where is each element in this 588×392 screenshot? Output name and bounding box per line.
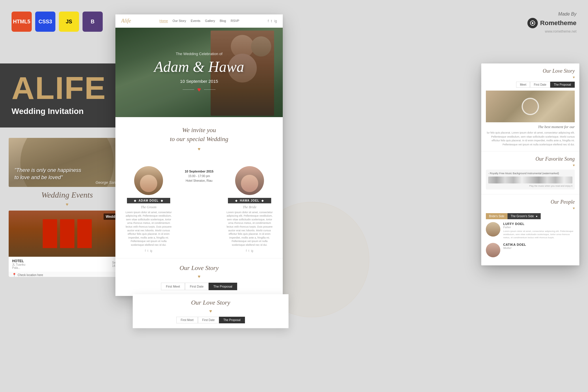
groom-name: ADAM DOEL <box>138 199 158 202</box>
nav-link-rsvp[interactable]: RSVP <box>231 19 239 23</box>
hero-heart: ♥ <box>197 86 201 93</box>
groom-avatar <box>134 166 163 195</box>
our-people-heart: ♥ <box>486 206 575 210</box>
nav-link-home[interactable]: Home <box>160 19 168 23</box>
door-3 <box>77 219 92 248</box>
tab-grooms-side[interactable]: The Groom's Side ● <box>508 213 541 219</box>
venue-hotel: HOTEL <box>12 259 25 263</box>
invite-heart: ♥ <box>121 147 277 152</box>
groom-instagram[interactable]: ig <box>150 249 152 252</box>
groom-card: ◆ ADAM DOEL ◆ The Groom Lorem ipsum dolo… <box>121 166 176 252</box>
person-catika: CATIKA DOEL Mother <box>486 243 575 257</box>
venue-location-bar[interactable]: 📍 Check location here <box>9 272 126 277</box>
hero-overlay: The Wedding Celebration of Adam & Hawa 1… <box>115 28 283 117</box>
bride-bio: Lorem ipsum dolor sit amet, consectetur … <box>222 211 277 247</box>
quote-text: "There is only one happinessto love and … <box>14 167 81 181</box>
location-icon: 📍 <box>12 273 16 277</box>
facebook-icon[interactable]: f <box>268 19 269 23</box>
groom-facebook[interactable]: f <box>145 249 146 252</box>
right-story-body: lur felo quis placerat. Lorem ipsum dolo… <box>486 131 575 147</box>
hero-subtitle: The Wedding Celebration of <box>176 52 222 56</box>
wedding-info-center: 10 September 2015 15:00 - 17:00 pm Hotel… <box>176 166 222 186</box>
song-title: - Royalty Free Music Background Instrume… <box>488 172 572 175</box>
right-love-story-tabs[interactable]: Meet First Date The Proposal <box>486 82 575 88</box>
brand-icon <box>527 18 538 28</box>
bottom-love-story-tabs[interactable]: First Meet First Date The Proposal <box>137 317 284 323</box>
groom-role: The Groom <box>121 205 176 209</box>
hero-line-right <box>204 89 216 90</box>
right-love-story-heart: ♥ <box>486 75 575 79</box>
right-tab-meet[interactable]: Meet <box>516 82 530 88</box>
venue-card: Wedding HOTEL JL TuankuPala... Septem14 … <box>9 211 126 277</box>
song-play-hint: Play the music when you read and enjoy i… <box>488 185 572 187</box>
right-tab-proposal[interactable]: The Proposal <box>550 82 575 88</box>
brand-label: Rometheme <box>540 19 576 27</box>
bootstrap-logo: B <box>83 12 103 32</box>
luffy-avatar <box>486 222 500 237</box>
right-story-photo <box>486 91 575 122</box>
song-player[interactable]: - Royalty Free Music Background Instrume… <box>486 170 575 190</box>
bride-role: The Bride <box>222 205 277 209</box>
bottom-tab-the-proposal[interactable]: The Proposal <box>219 317 245 323</box>
alife-subtitle: Wedding Invitation <box>12 107 110 116</box>
venue-photo: Wedding <box>9 211 126 257</box>
main-screenshot: Alife Home Our Story Events Gallery Blog… <box>115 14 283 296</box>
love-story-heart: ♥ <box>121 274 277 279</box>
groom-bio: Lorem ipsum dolor sit amet, consectetur … <box>121 211 176 247</box>
bride-social: f t ig <box>222 249 277 252</box>
invite-section: We invite you to our special Wedding ♥ <box>115 117 283 163</box>
door-1 <box>43 219 57 248</box>
bride-facebook[interactable]: f <box>246 249 247 252</box>
right-tab-first-date[interactable]: First Date <box>530 82 550 88</box>
catika-name: CATIKA DOEL <box>503 243 575 246</box>
nav-link-gallery[interactable]: Gallery <box>205 19 215 23</box>
catika-avatar <box>486 243 500 257</box>
bride-instagram[interactable]: ig <box>251 249 253 252</box>
luffy-bio: Lorem ipsum dolor sit amet, consectetur … <box>503 230 575 239</box>
groom-diamond-left: ◆ <box>134 199 136 202</box>
hero-decoration: ♥ <box>183 86 215 93</box>
venue-location-label: Check location here <box>18 273 43 277</box>
nav-links[interactable]: Home Our Story Events Gallery Blog RSVP <box>160 19 239 23</box>
tab-first-date[interactable]: First Date <box>185 283 209 290</box>
css3-logo: CSS3 <box>35 12 55 32</box>
red-doors <box>43 219 92 248</box>
tab-first-meet[interactable]: First Meet <box>161 283 185 290</box>
bottom-tab-first-date[interactable]: First Date <box>198 317 219 323</box>
people-tabs[interactable]: Bride's Side The Groom's Side ● <box>486 213 575 219</box>
nav-link-blog[interactable]: Blog <box>220 19 226 23</box>
our-people-title: Our People <box>486 199 575 205</box>
bride-twitter[interactable]: t <box>248 249 249 252</box>
venue-info: HOTEL JL TuankuPala... Septem14 0... <box>9 257 126 272</box>
love-story-tabs[interactable]: First Meet First Date The Proposal <box>121 283 277 290</box>
wedding-venue: Hotel Sheraton, Riau <box>177 179 221 183</box>
song-waveform[interactable] <box>488 177 572 183</box>
bottom-love-story-title: Our Love Story <box>137 299 284 306</box>
favorite-song-heart: ♥ <box>486 163 575 167</box>
tab-brides-side[interactable]: Bride's Side <box>486 213 508 219</box>
bottom-tab-first-meet[interactable]: First Meet <box>176 317 198 323</box>
luffy-role: Father <box>503 226 575 229</box>
nav-link-events[interactable]: Events <box>191 19 201 23</box>
hero-line-left <box>183 89 194 90</box>
right-love-story: Our Love Story ♥ Meet First Date The Pro… <box>481 63 579 151</box>
luffy-name: LUFFY DOEL <box>503 222 575 226</box>
events-heart: ♥ <box>9 202 126 207</box>
venue-address: JL TuankuPala... <box>12 263 25 269</box>
bride-name: HAWA JOEL <box>240 199 259 202</box>
luffy-info: LUFFY DOEL Father Lorem ipsum dolor sit … <box>503 222 575 239</box>
invite-line1: We invite you <box>121 126 277 135</box>
catika-info: CATIKA DOEL Mother <box>503 243 575 250</box>
favorite-song-title: Our Favorite Song <box>486 156 575 162</box>
hero-image: The Wedding Celebration of Adam & Hawa 1… <box>115 28 283 117</box>
nav-link-ourstory[interactable]: Our Story <box>173 19 186 23</box>
twitter-icon[interactable]: t <box>271 19 272 23</box>
bride-name-banner: ◆ HAWA JOEL ◆ <box>228 198 271 203</box>
catika-role: Mother <box>503 246 575 250</box>
groom-twitter[interactable]: t <box>147 249 148 252</box>
events-title: Wedding Events <box>9 190 126 200</box>
instagram-icon[interactable]: ig <box>274 19 277 23</box>
wedding-time: 15:00 - 17:00 pm <box>177 174 221 179</box>
tab-the-proposal[interactable]: The Proposal <box>209 283 237 290</box>
bride-diamond-left: ◆ <box>235 199 238 202</box>
